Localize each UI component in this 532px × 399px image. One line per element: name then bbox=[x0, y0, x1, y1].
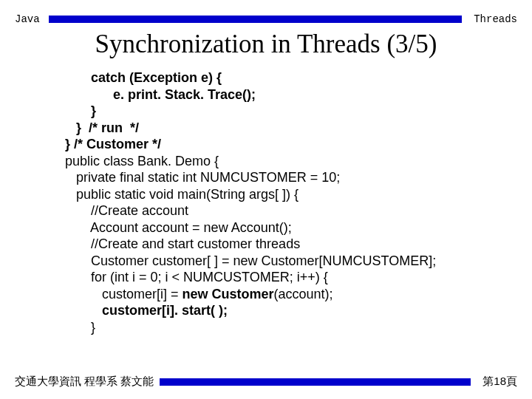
code-line: } bbox=[65, 319, 532, 336]
code-line: } /* Customer */ bbox=[65, 136, 532, 153]
code-line: catch (Exception e) { bbox=[65, 69, 532, 86]
code-line: //Create and start customer threads bbox=[65, 236, 532, 253]
header-bar-row: Java Threads bbox=[0, 0, 532, 25]
header-left-label: Java bbox=[15, 13, 43, 25]
slide-title: Synchronization in Threads (3/5) bbox=[0, 25, 532, 69]
code-text: customer[i] = bbox=[65, 287, 183, 301]
code-line: Customer customer[ ] = new Customer[NUMC… bbox=[65, 253, 532, 270]
code-line: } /* run */ bbox=[65, 120, 532, 137]
code-text-bold: customer[i]. start( ); bbox=[102, 303, 228, 318]
code-text-bold: new Customer bbox=[183, 287, 274, 301]
code-line: //Create account bbox=[65, 202, 532, 219]
code-line: private final static int NUMCUSTOMER = 1… bbox=[65, 169, 532, 186]
code-line: e. print. Stack. Trace(); bbox=[65, 86, 532, 103]
header-blue-bar bbox=[49, 16, 462, 23]
code-line: public static void main(String args[ ]) … bbox=[65, 186, 532, 203]
code-text: (account); bbox=[274, 287, 333, 301]
code-line: } bbox=[65, 103, 532, 120]
code-text bbox=[65, 303, 102, 318]
footer-left-label: 交通大學資訊 程學系 蔡文能 bbox=[15, 375, 154, 389]
code-block: catch (Exception e) { e. print. Stack. T… bbox=[0, 69, 532, 335]
header-right-label: Threads bbox=[468, 13, 517, 25]
code-line: customer[i] = new Customer(account); bbox=[65, 286, 532, 303]
footer-blue-bar bbox=[160, 378, 471, 386]
footer-page-number: 第18頁 bbox=[477, 375, 517, 389]
footer-bar-row: 交通大學資訊 程學系 蔡文能 第18頁 bbox=[0, 375, 532, 389]
code-line: Account account = new Account(); bbox=[65, 219, 532, 236]
code-line: customer[i]. start( ); bbox=[65, 302, 532, 319]
code-line: public class Bank. Demo { bbox=[65, 153, 532, 170]
code-line: for (int i = 0; i < NUMCUSTOMER; i++) { bbox=[65, 269, 532, 286]
